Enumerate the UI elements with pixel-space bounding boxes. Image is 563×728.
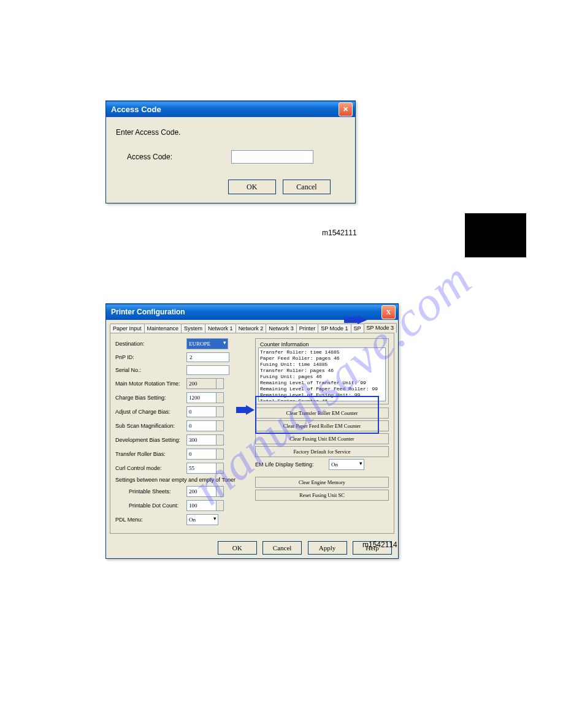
ok-button[interactable]: OK (218, 541, 257, 555)
pdl-select[interactable]: On (186, 514, 218, 525)
clear-fusing-unit-button[interactable]: Clear Fusing Unit EM Counter (255, 433, 389, 444)
curl-label: Curl Control mode: (115, 465, 186, 471)
emlife-select[interactable]: On (329, 459, 364, 470)
counter-info-box: Transfer Roller: time 14885 Paper Feed R… (258, 347, 386, 401)
close-icon[interactable]: ✕ (339, 102, 353, 116)
access-code-label: Access Code: (127, 153, 231, 161)
dev-label: Development Bias Setting: (115, 437, 186, 443)
titlebar-title: Printer Configuration (111, 308, 381, 316)
ok-button[interactable]: OK (228, 180, 276, 194)
serial-input[interactable] (186, 365, 229, 375)
tab-printer[interactable]: Printer (296, 324, 319, 333)
svg-marker-1 (236, 405, 255, 415)
settings-label: Settings between near empty and empty of… (115, 477, 236, 483)
charge-label: Charge Bias Setting: (115, 395, 186, 401)
arrow-icon (236, 405, 255, 415)
tab-system[interactable]: System (181, 324, 205, 333)
charge-spinner[interactable]: 1200 (186, 392, 224, 403)
cancel-button[interactable]: Cancel (262, 541, 302, 555)
factory-default-button[interactable]: Factory Default for Service (255, 446, 389, 457)
titlebar-title: Access Code (111, 105, 339, 114)
tab-paper-input[interactable]: Paper Input (110, 324, 145, 333)
svg-marker-0 (344, 316, 367, 324)
tab-network1[interactable]: Network 1 (205, 324, 236, 333)
arrow-icon (344, 316, 367, 324)
figure2-caption: m1542114 (362, 540, 397, 549)
counter-info-legend: Counter Information (258, 341, 311, 347)
ci-line: Remaining Level of Transfer Unit: 99 (260, 380, 384, 386)
left-column: Destination:EUROPE PnP ID: Serial No.: M… (115, 338, 249, 528)
emlife-label: EM Life Display Setting: (255, 461, 329, 468)
transfer-spinner[interactable]: 0 (186, 449, 224, 460)
motor-label: Main Motor Rotation Time: (115, 381, 186, 387)
adjust-spinner[interactable]: 0 (186, 406, 224, 417)
destination-label: Destination: (115, 341, 186, 347)
cancel-button[interactable]: Cancel (283, 180, 331, 194)
figure1-caption: m1542111 (322, 229, 357, 237)
access-code-input[interactable] (231, 150, 313, 164)
subscan-spinner[interactable]: 0 (186, 420, 224, 431)
pnpid-input[interactable] (186, 352, 229, 362)
pdl-label: PDL Menu: (115, 517, 186, 523)
dotcount-label: Printable Dot Count: (129, 502, 186, 509)
dotcount-spinner[interactable]: 100 (186, 500, 224, 511)
ci-line: Transfer Roller: pages 46 (260, 368, 384, 374)
ci-line: Remaining Level of Paper Feed Roller: 99 (260, 386, 384, 392)
ci-line: Transfer Roller: time 14885 (260, 349, 384, 355)
reset-fusing-unit-button[interactable]: Reset Fusing Unit SC (255, 490, 389, 501)
tab-sp-mode1[interactable]: SP Mode 1 (318, 324, 351, 333)
subscan-label: Sub Scan Magnification: (115, 423, 186, 429)
clear-engine-memory-button[interactable]: Clear Engine Memory (255, 477, 389, 488)
tab-sp-hidden[interactable]: SP (351, 324, 364, 333)
transfer-label: Transfer Roller Bias: (115, 451, 186, 457)
black-redaction (465, 213, 526, 257)
motor-input: 200 (186, 378, 224, 389)
tab-maintenance[interactable]: Maintenance (144, 324, 182, 333)
serial-label: Serial No.: (115, 367, 186, 373)
ci-line: Fusing Unit: pages 46 (260, 374, 384, 380)
tab-network2[interactable]: Network 2 (236, 324, 267, 333)
curl-spinner[interactable]: 55 (186, 463, 224, 474)
close-icon[interactable]: X (381, 305, 396, 319)
tab-sp-mode3[interactable]: SP Mode 3 (364, 323, 397, 333)
tab-network3[interactable]: Network 3 (266, 324, 297, 333)
prompt-text: Enter Access Code. (116, 128, 345, 137)
highlight-box (255, 396, 379, 434)
ci-line: Paper Feed Roller: pages 46 (260, 355, 384, 362)
ci-line: Fusing Unit: time 14885 (260, 362, 384, 368)
printable-label: Printable Sheets: (129, 488, 186, 495)
apply-button[interactable]: Apply (308, 541, 347, 555)
pnpid-label: PnP ID: (115, 354, 186, 360)
adjust-label: Adjust of Charge Bias: (115, 409, 186, 415)
dev-spinner[interactable]: 300 (186, 434, 224, 446)
access-code-dialog: Access Code ✕ Enter Access Code. Access … (105, 100, 356, 203)
destination-select[interactable]: EUROPE (186, 338, 228, 349)
printable-spinner[interactable]: 200 (186, 486, 224, 497)
titlebar[interactable]: Access Code ✕ (106, 101, 355, 117)
